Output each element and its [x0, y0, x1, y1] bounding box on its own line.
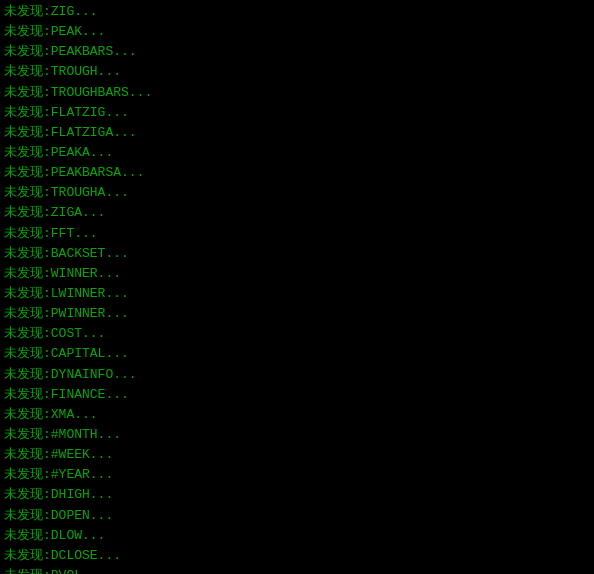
list-item: 未发现:PEAKBARSA...	[4, 163, 590, 183]
list-item: 未发现:FFT...	[4, 224, 590, 244]
list-item: 未发现:DYNAINFO...	[4, 365, 590, 385]
list-item: 未发现:TROUGHBARS...	[4, 83, 590, 103]
list-item: 未发现:WINNER...	[4, 264, 590, 284]
list-item: 未发现:CAPITAL...	[4, 344, 590, 364]
list-item: 未发现:PEAKA...	[4, 143, 590, 163]
list-item: 未发现:#MONTH...	[4, 425, 590, 445]
list-item: 未发现:PEAK...	[4, 22, 590, 42]
list-item: 未发现:COST...	[4, 324, 590, 344]
output-list: 未发现:ZIG...未发现:PEAK...未发现:PEAKBARS...未发现:…	[0, 0, 594, 574]
list-item: 未发现:DLOW...	[4, 526, 590, 546]
list-item: 未发现:XMA...	[4, 405, 590, 425]
list-item: 未发现:LWINNER...	[4, 284, 590, 304]
list-item: 未发现:PEAKBARS...	[4, 42, 590, 62]
list-item: 未发现:DCLOSE...	[4, 546, 590, 566]
list-item: 未发现:DHIGH...	[4, 485, 590, 505]
list-item: 未发现:#YEAR...	[4, 465, 590, 485]
list-item: 未发现:TROUGH...	[4, 62, 590, 82]
list-item: 未发现:FLATZIGA...	[4, 123, 590, 143]
list-item: 未发现:TROUGHA...	[4, 183, 590, 203]
list-item: 未发现:BACKSET...	[4, 244, 590, 264]
list-item: 未发现:DVOL...	[4, 566, 590, 574]
list-item: 未发现:PWINNER...	[4, 304, 590, 324]
list-item: 未发现:FINANCE...	[4, 385, 590, 405]
list-item: 未发现:ZIG...	[4, 2, 590, 22]
list-item: 未发现:ZIGA...	[4, 203, 590, 223]
list-item: 未发现:#WEEK...	[4, 445, 590, 465]
list-item: 未发现:FLATZIG...	[4, 103, 590, 123]
list-item: 未发现:DOPEN...	[4, 506, 590, 526]
